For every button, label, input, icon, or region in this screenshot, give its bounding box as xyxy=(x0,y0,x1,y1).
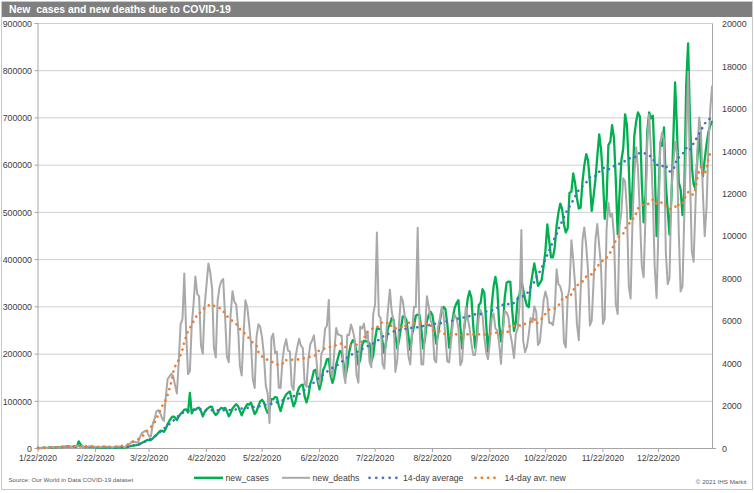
svg-text:11/22/2020: 11/22/2020 xyxy=(582,453,625,463)
svg-text:0: 0 xyxy=(722,444,727,454)
svg-text:12000: 12000 xyxy=(722,189,747,199)
svg-text:8/22/2020: 8/22/2020 xyxy=(413,453,451,463)
svg-text:new_cases: new_cases xyxy=(226,473,270,483)
svg-text:14-day average: 14-day average xyxy=(403,473,464,483)
svg-text:Source: Our World in Data COVI: Source: Our World in Data COVID-19 datas… xyxy=(8,476,133,483)
svg-text:6000: 6000 xyxy=(722,316,742,326)
svg-text:3/22/2020: 3/22/2020 xyxy=(130,453,168,463)
svg-text:300000: 300000 xyxy=(3,302,32,312)
svg-text:10/22/2020: 10/22/2020 xyxy=(524,453,567,463)
svg-text:7/22/2020: 7/22/2020 xyxy=(356,453,394,463)
svg-text:2000: 2000 xyxy=(722,401,742,411)
svg-text:2/22/2020: 2/22/2020 xyxy=(76,453,114,463)
svg-text:9/22/2020: 9/22/2020 xyxy=(471,453,509,463)
svg-text:5/22/2020: 5/22/2020 xyxy=(243,453,281,463)
svg-text:new_deaths: new_deaths xyxy=(313,473,361,483)
svg-text:20000: 20000 xyxy=(722,19,747,29)
svg-text:6/22/2020: 6/22/2020 xyxy=(300,453,338,463)
svg-text:18000: 18000 xyxy=(722,62,747,72)
svg-text:700000: 700000 xyxy=(3,113,32,123)
svg-text:16000: 16000 xyxy=(722,104,747,114)
svg-text:8000: 8000 xyxy=(722,274,742,284)
svg-text:800000: 800000 xyxy=(3,66,32,76)
svg-text:100000: 100000 xyxy=(3,397,32,407)
svg-text:4000: 4000 xyxy=(722,359,742,369)
svg-text:4/22/2020: 4/22/2020 xyxy=(187,453,225,463)
svg-text:12/22/2020: 12/22/2020 xyxy=(637,453,680,463)
svg-text:200000: 200000 xyxy=(3,349,32,359)
svg-text:0: 0 xyxy=(27,444,32,454)
svg-text:600000: 600000 xyxy=(3,160,32,170)
svg-text:900000: 900000 xyxy=(3,19,32,29)
svg-text:14-day avr. new: 14-day avr. new xyxy=(505,473,567,483)
svg-text:1/22/2020: 1/22/2020 xyxy=(19,453,57,463)
svg-text:10000: 10000 xyxy=(722,231,747,241)
svg-text:400000: 400000 xyxy=(3,255,32,265)
svg-text:500000: 500000 xyxy=(3,208,32,218)
svg-text:14000: 14000 xyxy=(722,147,747,157)
svg-text:© 2021 IHS Markit: © 2021 IHS Markit xyxy=(696,478,747,485)
